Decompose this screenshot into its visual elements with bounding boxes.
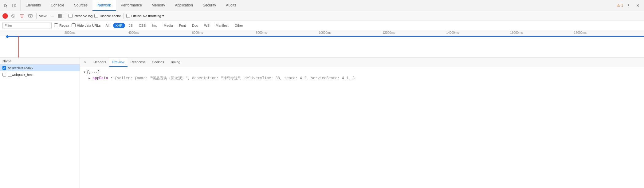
json-appdata-key: appData [92, 76, 108, 80]
svg-rect-11 [58, 16, 60, 18]
tab-network[interactable]: Network [92, 0, 116, 11]
timeline-blue-dot [6, 35, 9, 38]
json-appdata-value: {seller: {name: "粥品香坊（回龙观）", description… [115, 76, 355, 80]
filter-input[interactable] [5, 24, 49, 27]
filter-tags: AllXHRJSCSSImgMediaFontDocWSManifestOthe… [103, 23, 245, 28]
svg-rect-0 [12, 4, 15, 7]
timeline-header: 2000ms4000ms6000ms8000ms10000ms12000ms14… [0, 30, 644, 36]
json-appdata-line: ▶ appData : {seller: {name: "粥品香坊（回龙观）",… [84, 76, 640, 81]
timeline-body [0, 36, 644, 58]
json-root-triangle: ▼ [84, 70, 85, 75]
tab-security[interactable]: Security [198, 0, 221, 11]
select-tool-icon[interactable] [2, 2, 10, 9]
request-checkbox[interactable] [2, 66, 6, 70]
filter-row: Regex Hide data URLs AllXHRJSCSSImgMedia… [0, 21, 644, 30]
timeline-blue-line [6, 36, 644, 37]
request-list-items: seller?ID=12345__webpack_hmr [0, 65, 80, 78]
request-checkbox[interactable] [2, 73, 6, 76]
timeline-tick-4000ms: 4000ms [128, 31, 139, 34]
json-colon: : [110, 76, 115, 80]
record-button[interactable] [2, 13, 8, 19]
offline-checkbox[interactable]: Offline [126, 14, 141, 18]
tab-bar: Elements Console Sources Network Perform… [0, 0, 644, 11]
warning-count: 1 [621, 4, 623, 7]
clear-button[interactable] [10, 13, 17, 19]
detail-close-button[interactable]: × [82, 60, 88, 65]
filter-tag-xhr[interactable]: XHR [113, 23, 125, 28]
capture-screenshots-icon[interactable] [27, 13, 34, 19]
hide-data-urls-checkbox[interactable]: Hide data URLs [72, 23, 101, 27]
detail-tab-headers[interactable]: Headers [90, 58, 109, 67]
json-appdata-expand[interactable]: ▶ [88, 76, 90, 81]
detail-panel: × HeadersPreviewResponseCookiesTiming ▼ … [80, 58, 644, 188]
tab-console[interactable]: Console [46, 0, 69, 11]
request-item[interactable]: __webpack_hmr [0, 71, 80, 78]
detail-tab-preview[interactable]: Preview [109, 58, 128, 67]
svg-rect-9 [58, 14, 60, 16]
tab-application[interactable]: Application [170, 0, 198, 11]
close-devtools-icon[interactable]: ✕ [634, 2, 642, 9]
device-toolbar-icon[interactable] [10, 2, 18, 9]
filter-tag-manifest[interactable]: Manifest [213, 23, 231, 28]
devtools-icons [0, 0, 21, 11]
timeline-tick-8000ms: 8000ms [256, 31, 267, 34]
toolbar-separator-2 [66, 13, 66, 19]
tab-performance[interactable]: Performance [116, 0, 147, 11]
json-root-expand[interactable]: ▼ {,...} [84, 69, 100, 75]
filter-tag-doc[interactable]: Doc [190, 23, 201, 28]
svg-rect-4 [29, 14, 32, 17]
timeline-tick-12000ms: 12000ms [383, 31, 395, 34]
warning-badge[interactable]: ⚠ 1 [617, 3, 623, 8]
timeline-ticks: 2000ms4000ms6000ms8000ms10000ms12000ms14… [6, 30, 644, 36]
toolbar-separator-3 [124, 13, 124, 19]
detail-tab-timing[interactable]: Timing [167, 58, 183, 67]
timeline-tick-10000ms: 10000ms [319, 31, 331, 34]
view-label: View: [39, 14, 47, 18]
filter-toggle-icon[interactable] [18, 13, 25, 19]
waterfall-view-icon[interactable] [57, 13, 63, 19]
timeline-red-line [18, 36, 19, 58]
disable-cache-checkbox[interactable]: Disable cache [94, 14, 121, 18]
filter-tag-other[interactable]: Other [232, 23, 246, 28]
json-root-line: ▼ {,...} [84, 69, 640, 76]
svg-rect-1 [15, 5, 16, 7]
view-mode-icons [49, 13, 63, 19]
tab-sources[interactable]: Sources [69, 0, 92, 11]
filter-tag-img[interactable]: Img [149, 23, 160, 28]
filter-tag-js[interactable]: JS [126, 23, 135, 28]
detail-tabs: × HeadersPreviewResponseCookiesTiming [80, 58, 644, 67]
timeline-tick-18000ms: 18000ms [574, 31, 587, 34]
timeline-area: 2000ms4000ms6000ms8000ms10000ms12000ms14… [0, 30, 644, 58]
filter-tag-media[interactable]: Media [161, 23, 175, 28]
tab-memory[interactable]: Memory [147, 0, 170, 11]
preserve-log-checkbox[interactable]: Preserve log [69, 14, 93, 18]
filter-tag-all[interactable]: All [103, 23, 112, 28]
filter-tag-font[interactable]: Font [177, 23, 188, 28]
toolbar-separator-1 [36, 13, 37, 19]
svg-line-3 [12, 15, 14, 17]
filter-tag-ws[interactable]: WS [202, 23, 212, 28]
detail-content: ▼ {,...} ▶ appData : {seller: {name: "粥品… [80, 67, 644, 188]
tab-elements[interactable]: Elements [21, 0, 46, 11]
request-item[interactable]: seller?ID=12345 [0, 65, 80, 71]
json-root-label: {,...} [87, 69, 100, 75]
filter-input-wrap[interactable] [2, 22, 52, 29]
timeline-tick-16000ms: 16000ms [510, 31, 523, 34]
more-tools-icon[interactable]: ⋮ [625, 2, 632, 9]
request-name: seller?ID=12345 [8, 66, 33, 70]
list-view-icon[interactable] [49, 13, 56, 19]
request-list-panel: Name seller?ID=12345__webpack_hmr [0, 58, 80, 188]
main-tabs: Elements Console Sources Network Perform… [21, 0, 614, 11]
filter-tag-css[interactable]: CSS [136, 23, 148, 28]
request-name: __webpack_hmr [8, 73, 33, 76]
detail-tab-response[interactable]: Response [128, 58, 149, 67]
regex-checkbox[interactable]: Regex [54, 23, 69, 27]
request-list-header: Name [0, 58, 80, 65]
timeline-tick-14000ms: 14000ms [446, 31, 459, 34]
timeline-tick-6000ms: 6000ms [192, 31, 203, 34]
tab-bar-right: ⚠ 1 ⋮ ✕ [614, 2, 644, 9]
tab-audits[interactable]: Audits [221, 0, 241, 11]
throttle-selector[interactable]: No throttling ▾ [143, 14, 164, 18]
main-content: Name seller?ID=12345__webpack_hmr × Head… [0, 58, 644, 188]
detail-tab-cookies[interactable]: Cookies [149, 58, 167, 67]
